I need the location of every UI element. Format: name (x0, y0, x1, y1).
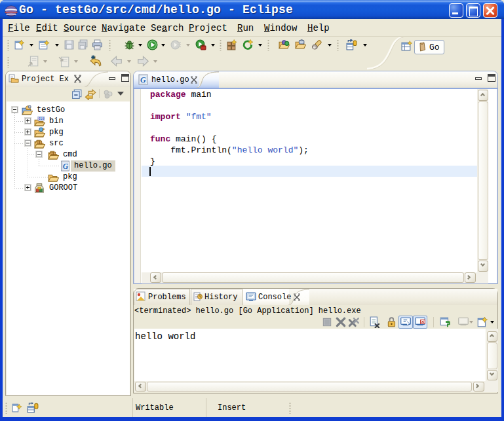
svg-text:010: 010 (38, 117, 44, 120)
svg-text:G: G (140, 75, 146, 84)
svg-text:G: G (63, 162, 69, 171)
